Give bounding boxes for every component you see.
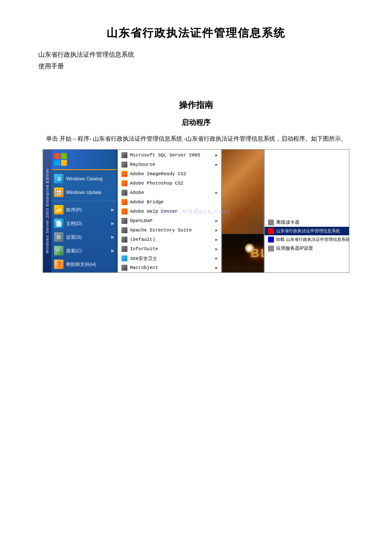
- offline-reader-icon: [268, 220, 274, 225]
- settings-arrow: ▶: [111, 235, 114, 239]
- screenshot: Windows Server 2003 Enterprise Edition 🖥…: [43, 149, 349, 273]
- left-menu-item-update[interactable]: 🪟 Windows Update: [52, 185, 117, 199]
- shandong-system-icon: [268, 228, 274, 234]
- start-menu-left: 🖥 Windows Catalog 🪟 Windows Update 📁 程序(…: [52, 150, 118, 272]
- prog-apache[interactable]: Apache Directory Suite ▶: [118, 225, 221, 235]
- start-menu-right: BLIZZARD 离线读卡器 山东省行政执法证件管理信息系统 卸载 山东省行政执…: [222, 150, 349, 272]
- help-icon: ❓: [54, 260, 63, 269]
- prog-helpcenter[interactable]: Adobe Help Center: [118, 207, 221, 216]
- intro-text: 单击 开始 – 程序- 山东省行政执法证件管理信息系统 -山东省行政执法证件管理…: [34, 133, 358, 144]
- start-menu-top: [52, 150, 117, 170]
- left-menu-help[interactable]: ❓ 帮助和支持(H): [52, 257, 117, 271]
- main-title: 山东省行政执法证件管理信息系统: [34, 26, 358, 40]
- server-ip-icon: [268, 246, 274, 251]
- ray-icon: [121, 161, 128, 168]
- prog-360[interactable]: 360安全卫士 ▶: [118, 254, 221, 263]
- inforsuite-arrow: ▶: [216, 247, 218, 251]
- submenu-server-ip[interactable]: 应用服务器IP设置: [265, 244, 349, 253]
- left-menu-items: 📁 程序(P) ▶ 📄 文档(D) ▶ ⚙ 设置(S) ▶ 🔍 搜索(C): [52, 201, 117, 273]
- openldap-arrow: ▶: [216, 219, 218, 223]
- left-menu-program[interactable]: 📁 程序(P) ▶: [52, 203, 117, 217]
- submenu-shandong-system[interactable]: 山东省行政执法证件管理信息系统: [265, 227, 349, 235]
- prog-arcsoft-print[interactable]: ArcSoft Print Creations ▶: [118, 272, 221, 273]
- ray-arrow: ▶: [216, 162, 218, 167]
- default-icon: [121, 236, 128, 243]
- prog-photoshop[interactable]: Adobe Photoshop CS2: [118, 179, 221, 188]
- left-menu-search[interactable]: 🔍 搜索(C) ▶: [52, 244, 117, 257]
- submenu-uninstall[interactable]: 卸载 山东省行政执法证件管理信息系统: [265, 235, 349, 244]
- helpcenter-icon: [121, 208, 128, 215]
- sql-icon: [121, 152, 128, 159]
- windows-logo: [54, 153, 67, 166]
- settings-icon: ⚙: [54, 232, 63, 242]
- default-arrow: ▶: [216, 237, 218, 242]
- imageready-icon: [121, 171, 128, 177]
- prog-adobe[interactable]: Adobe ▶: [118, 188, 221, 197]
- submenu-offline-reader[interactable]: 离线读卡器: [265, 218, 349, 227]
- start-menu-middle: Microsoft SQL Server 2005 ▶ RaySource ▶ …: [118, 150, 222, 272]
- catalog-icon: 🖥: [54, 174, 63, 183]
- left-menu-item-catalog[interactable]: 🖥 Windows Catalog: [52, 172, 117, 185]
- apache-icon: [121, 227, 128, 234]
- adobe-icon: [121, 189, 128, 196]
- doc-icon: 📄: [54, 219, 63, 228]
- subsection-title: 启动程序: [34, 118, 358, 127]
- doc-arrow: ▶: [111, 221, 114, 225]
- vertical-label: Windows Server 2003 Enterprise Edition: [43, 150, 52, 272]
- bridge-icon: [121, 199, 128, 205]
- program-icon: 📁: [54, 205, 63, 214]
- prog-imageready[interactable]: Adobe ImageReady CS2: [118, 169, 221, 179]
- prog-macrobject[interactable]: Macrobject ▶: [118, 263, 221, 272]
- program-list: Microsoft SQL Server 2005 ▶ RaySource ▶ …: [118, 150, 221, 273]
- search-icon: 🔍: [54, 246, 63, 255]
- 360-arrow: ▶: [216, 256, 218, 261]
- section-title: 操作指南: [34, 99, 358, 111]
- prog-raysource[interactable]: RaySource ▶: [118, 160, 221, 169]
- openldap-icon: [121, 217, 128, 224]
- subtitle2: 使用手册: [38, 62, 358, 70]
- prog-openldap[interactable]: OpenLDAP ▶: [118, 216, 221, 225]
- left-menu-doc[interactable]: 📄 文档(D) ▶: [52, 217, 117, 230]
- macrobject-arrow: ▶: [216, 266, 218, 270]
- 360-icon: [121, 255, 128, 262]
- search-arrow: ▶: [111, 249, 114, 253]
- prog-sql[interactable]: Microsoft SQL Server 2005 ▶: [118, 150, 221, 160]
- left-menu-settings[interactable]: ⚙ 设置(S) ▶: [52, 230, 117, 244]
- prog-bridge[interactable]: Adobe Bridge: [118, 197, 221, 207]
- apache-arrow: ▶: [216, 228, 218, 233]
- subtitle1: 山东省行政执法证件管理信息系统: [38, 51, 358, 59]
- adobe-arrow: ▶: [216, 191, 218, 195]
- prog-default[interactable]: (Default) ▶: [118, 235, 221, 244]
- photoshop-icon: [121, 180, 128, 187]
- vertical-text: Windows Server 2003 Enterprise Edition: [45, 168, 49, 254]
- inforsuite-icon: [121, 246, 128, 252]
- sql-arrow: ▶: [216, 153, 218, 158]
- uninstall-icon: [268, 237, 274, 243]
- submenu-panel: 离线读卡器 山东省行政执法证件管理信息系统 卸载 山东省行政执法证件管理信息系统…: [264, 150, 349, 272]
- program-arrow: ▶: [111, 208, 114, 212]
- prog-inforsuite[interactable]: InforSuite ▶: [118, 244, 221, 254]
- update-icon: 🪟: [54, 188, 63, 197]
- macrobject-icon: [121, 264, 128, 271]
